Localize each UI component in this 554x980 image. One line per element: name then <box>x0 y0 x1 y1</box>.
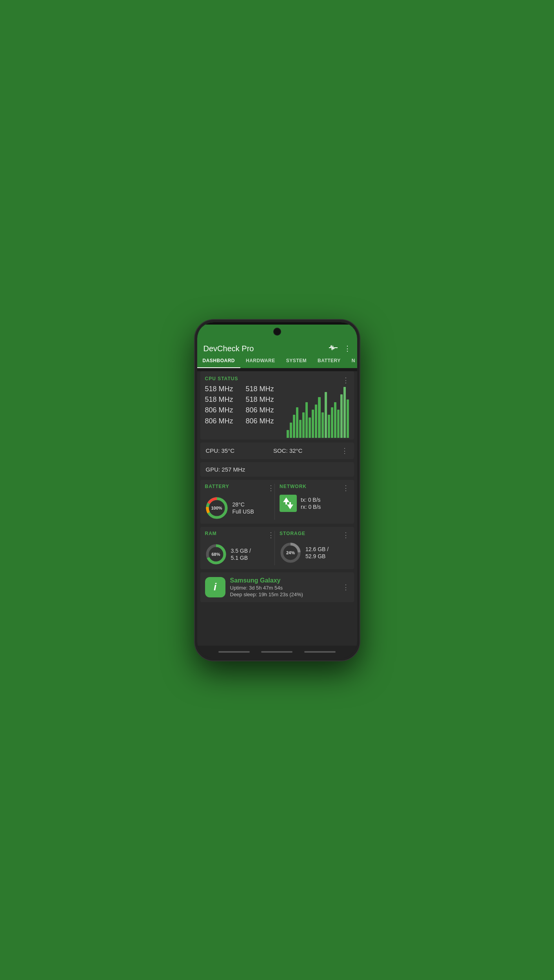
network-title: NETWORK <box>280 484 307 489</box>
svg-marker-4 <box>283 497 289 505</box>
nav-tabs: DASHBOARD HARDWARE SYSTEM BATTERY N <box>197 353 357 368</box>
chart-bar <box>331 407 333 438</box>
battery-percentage-label: 100% <box>211 506 222 510</box>
storage-donut-wrap: 24% 12.6 GB / 52.9 GB <box>280 542 349 564</box>
device-deep-sleep: Deep sleep: 19h 15m 23s (24%) <box>230 592 338 597</box>
storage-donut: 24% <box>280 542 302 564</box>
temp-menu-dots[interactable]: ⋮ <box>341 446 348 455</box>
cpu-freq-3: 806 MHz <box>205 417 243 426</box>
phone-shell: DevCheck Pro ⋮ DASHBOARD HARDWARE SYSTEM… <box>195 320 360 661</box>
chart-bar <box>322 412 324 438</box>
chart-bar <box>325 392 327 438</box>
chart-bar <box>334 402 336 438</box>
cpu-freq-left: 518 MHz 518 MHz 806 MHz 806 MHz <box>205 385 243 439</box>
storage-title: STORAGE <box>280 531 305 536</box>
network-wrap: tx: 0 B/s rx: 0 B/s <box>280 495 349 512</box>
battery-status: Full USB <box>232 508 254 515</box>
battery-menu-dots[interactable]: ⋮ <box>267 484 274 492</box>
header-icons: ⋮ <box>329 344 351 353</box>
network-half: NETWORK ⋮ tx: 0 B/s rx: 0 B/s <box>274 484 349 520</box>
cpu-freq-right: 518 MHz 518 MHz 806 MHz 806 MHz <box>246 385 283 439</box>
network-icon-wrap <box>280 495 297 512</box>
cpu-status-card: CPU STATUS ⋮ 518 MHz 518 MHz 806 MHz 806… <box>200 371 354 439</box>
cpu-freq-1: 518 MHz <box>205 395 243 404</box>
status-bar <box>197 322 357 341</box>
ram-title: RAM <box>205 531 217 536</box>
svg-marker-5 <box>287 502 293 509</box>
device-uptime: Uptime: 3d 5h 47m 54s <box>230 585 338 591</box>
gpu-card: GPU: 257 MHz <box>200 462 354 477</box>
cpu-freq-5: 518 MHz <box>246 395 283 404</box>
device-card: i Samsung Galaxy Uptime: 3d 5h 47m 54s D… <box>200 572 354 602</box>
ram-section-row: RAM ⋮ <box>205 531 275 539</box>
ram-total: 5.1 GB <box>231 555 251 561</box>
chart-bar <box>340 394 343 438</box>
chart-bar <box>328 415 330 438</box>
cpu-chart <box>287 385 349 439</box>
ram-half: RAM ⋮ 68% 3.5 GB / 5.1 GB <box>205 531 275 565</box>
temp-card: CPU: 35°C SOC: 32°C ⋮ <box>200 443 354 459</box>
chart-bar <box>299 420 302 438</box>
battery-section-row: BATTERY ⋮ <box>205 484 275 492</box>
bottom-bar <box>197 646 357 658</box>
battery-temperature: 28°C <box>232 501 254 508</box>
battery-half: BATTERY ⋮ 100% <box>205 484 275 520</box>
chart-bar <box>312 410 314 438</box>
battery-donut: 100% <box>205 496 229 520</box>
network-menu-dots[interactable]: ⋮ <box>342 484 349 492</box>
device-info: Samsung Galaxy Uptime: 3d 5h 47m 54s Dee… <box>230 577 338 597</box>
storage-total: 52.9 GB <box>305 553 329 559</box>
tab-dashboard[interactable]: DASHBOARD <box>197 353 241 368</box>
network-tx: tx: 0 B/s <box>301 497 321 503</box>
soc-temp: SOC: 32°C <box>273 447 302 454</box>
chart-bar <box>343 387 346 438</box>
storage-half: STORAGE ⋮ 24% 12.6 GB / 52.9 GB <box>274 531 349 565</box>
cpu-grid: 518 MHz 518 MHz 806 MHz 806 MHz 518 MHz … <box>205 385 349 439</box>
device-menu-dots[interactable]: ⋮ <box>342 583 349 592</box>
bottom-pill-right <box>304 651 336 653</box>
ram-percentage-label: 68% <box>211 552 220 557</box>
gpu-freq: GPU: 257 MHz <box>206 466 245 473</box>
cpu-card-header: CPU STATUS ⋮ <box>205 376 349 385</box>
storage-percentage-label: 24% <box>286 550 295 555</box>
battery-info: 28°C Full USB <box>232 501 254 515</box>
ram-used: 3.5 GB / <box>231 548 251 554</box>
chart-bar <box>302 412 305 438</box>
chart-bar <box>305 402 308 438</box>
storage-menu-dots[interactable]: ⋮ <box>342 531 349 539</box>
chart-bar <box>315 405 317 438</box>
bottom-pill-left <box>218 651 250 653</box>
battery-donut-wrap: 100% 28°C Full USB <box>205 496 275 520</box>
camera-notch <box>273 328 281 336</box>
chart-bar <box>290 423 292 438</box>
tab-battery[interactable]: BATTERY <box>312 353 346 368</box>
bottom-pill-center <box>261 651 292 653</box>
chart-bar <box>293 415 295 438</box>
chart-bar <box>337 410 340 438</box>
tab-more[interactable]: N <box>346 353 357 368</box>
ram-donut: 68% <box>205 543 227 565</box>
storage-info: 12.6 GB / 52.9 GB <box>305 546 329 559</box>
device-icon: i <box>205 577 225 597</box>
battery-network-card: BATTERY ⋮ 100% <box>200 480 354 524</box>
network-rx: rx: 0 B/s <box>301 504 321 510</box>
tab-hardware[interactable]: HARDWARE <box>240 353 281 368</box>
cpu-freq-2: 806 MHz <box>205 406 243 415</box>
ram-menu-dots[interactable]: ⋮ <box>267 531 274 539</box>
chart-bar <box>318 397 320 438</box>
main-content: CPU STATUS ⋮ 518 MHz 518 MHz 806 MHz 806… <box>197 371 357 646</box>
device-name: Samsung Galaxy <box>230 577 338 584</box>
chart-bar <box>309 417 311 438</box>
cpu-freq-7: 806 MHz <box>246 417 283 426</box>
storage-used: 12.6 GB / <box>305 546 329 552</box>
pulse-icon[interactable] <box>329 344 338 353</box>
storage-section-row: STORAGE ⋮ <box>280 531 349 539</box>
cpu-freq-4: 518 MHz <box>246 385 283 394</box>
cpu-menu-dots[interactable]: ⋮ <box>342 376 349 385</box>
chart-bar <box>296 407 298 438</box>
app-title: DevCheck Pro <box>203 344 254 353</box>
cpu-freq-6: 806 MHz <box>246 406 283 415</box>
ram-storage-card: RAM ⋮ 68% 3.5 GB / 5.1 GB <box>200 527 354 569</box>
tab-system[interactable]: SYSTEM <box>281 353 312 368</box>
overflow-menu-icon[interactable]: ⋮ <box>344 344 351 353</box>
